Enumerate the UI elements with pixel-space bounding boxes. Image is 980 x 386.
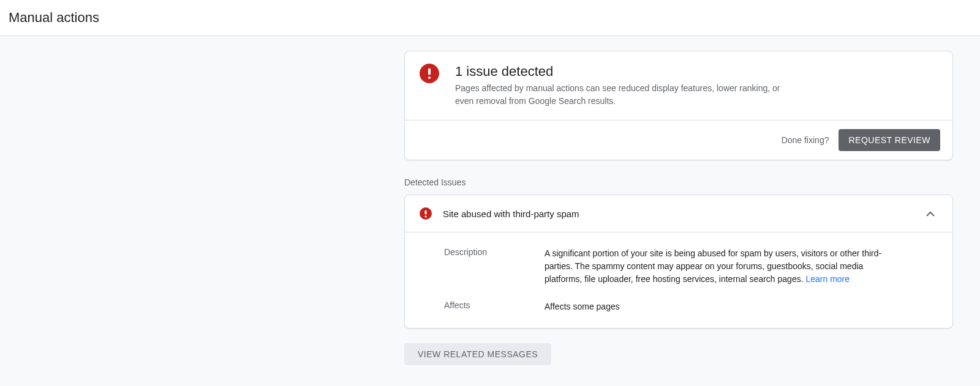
issue-header[interactable]: Site abused with third-party spam — [405, 195, 952, 232]
chevron-up-icon — [923, 206, 938, 221]
page-title: Manual actions — [9, 10, 971, 26]
affects-value: Affects some pages — [545, 300, 938, 313]
svg-rect-2 — [425, 210, 427, 215]
svg-point-3 — [425, 215, 427, 217]
error-icon — [420, 64, 439, 83]
issue-title: Site abused with third-party spam — [443, 209, 912, 219]
affects-label: Affects — [444, 300, 545, 313]
issue-body: Description A significant portion of you… — [405, 232, 952, 328]
alert-description: Pages affected by manual actions can see… — [455, 82, 798, 108]
alert-title: 1 issue detected — [455, 64, 938, 80]
error-icon — [420, 207, 432, 220]
learn-more-link[interactable]: Learn more — [805, 274, 850, 284]
issue-card: Site abused with third-party spam Descri… — [404, 195, 953, 328]
svg-point-1 — [428, 76, 431, 79]
description-row: Description A significant portion of you… — [444, 247, 938, 286]
content-area: 1 issue detected Pages affected by manua… — [0, 36, 980, 386]
alert-actions: Done fixing? REQUEST REVIEW — [405, 120, 952, 160]
description-label: Description — [444, 247, 545, 286]
done-fixing-label: Done fixing? — [782, 135, 829, 145]
view-related-messages-button[interactable]: VIEW RELATED MESSAGES — [404, 343, 551, 365]
content-inner: 1 issue detected Pages affected by manua… — [404, 51, 953, 365]
detected-issues-header: Detected Issues — [404, 170, 953, 195]
request-review-button[interactable]: REQUEST REVIEW — [839, 129, 940, 151]
alert-panel: 1 issue detected Pages affected by manua… — [404, 51, 953, 160]
affects-row: Affects Affects some pages — [444, 300, 938, 313]
description-value: A significant portion of your site is be… — [545, 247, 938, 286]
svg-rect-0 — [428, 69, 431, 75]
alert-content: 1 issue detected Pages affected by manua… — [405, 51, 952, 120]
alert-text-block: 1 issue detected Pages affected by manua… — [455, 64, 938, 108]
header-bar: Manual actions — [0, 0, 980, 36]
